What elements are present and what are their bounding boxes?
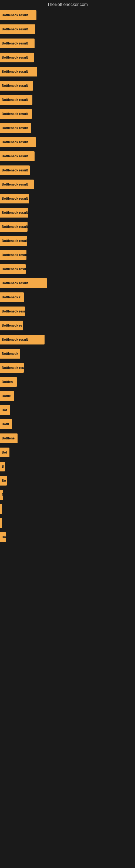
bar: Bottleneck result (0, 67, 37, 76)
bar: Bottleneck result (0, 123, 31, 133)
bar: Bottleneck result (0, 250, 27, 260)
bar-row: Bottleneck result (0, 149, 135, 163)
bar: Bottleneck resu (0, 307, 25, 316)
bar-row: Bottleneck result (0, 121, 135, 135)
bar-row: Bottleneck result (0, 107, 135, 121)
bar-label: Bottleneck result (2, 253, 27, 257)
bar-row: Bottleneck result (0, 177, 135, 191)
bar: I (0, 518, 2, 528)
bar: Bottleneck result (0, 151, 35, 161)
bar-row: Bottleneck result (0, 8, 135, 22)
bar-row: Bottleneck result (0, 65, 135, 79)
bar-label: Bottleneck result (2, 98, 28, 102)
bar-label: Bottleneck result (2, 197, 28, 200)
bar: Bottl (0, 420, 12, 429)
bar: Bottleneck result (0, 109, 32, 119)
bar-label: Bottleneck result (2, 281, 28, 285)
bar: Bo (0, 532, 6, 542)
bar: B (0, 490, 3, 500)
bar-row: Bottleneck result (0, 220, 135, 234)
bar-label: Bottleneck re (2, 323, 22, 328)
bar: I (0, 504, 2, 514)
bar-row: Bottlen (0, 375, 135, 389)
bar: Bo (0, 476, 7, 486)
bar-row: I (0, 516, 135, 530)
bar: Bottleneck resu (0, 363, 24, 373)
bar: Bottleneck result (0, 137, 36, 147)
bar-row: B (0, 488, 135, 502)
bar-label: Bottleneck result (2, 168, 28, 172)
bar-row: Bottleneck result (0, 248, 135, 262)
bar-row: B (0, 460, 135, 474)
bar-label: Bo (2, 535, 6, 539)
bar-label: Bottleneck result (2, 41, 28, 45)
bar: Bottleneck result (0, 278, 47, 288)
bar-label: Bottleneck result (2, 239, 27, 243)
bar-label: Bottleneck result (2, 225, 28, 229)
bar-row: Bottleneck result (0, 51, 135, 65)
bar-row: Bottleneck result (0, 276, 135, 290)
bar-label: Bottleneck result (2, 126, 28, 130)
bar-label: Bottleneck (2, 352, 18, 355)
bar: Bottleneck result (0, 208, 28, 218)
bar-row: Bottleneck resu (0, 304, 135, 318)
bars-container: Bottleneck resultBottleneck resultBottle… (0, 8, 135, 550)
bar-label: Bot (2, 408, 7, 412)
bar-row: Bottlene (0, 431, 135, 445)
bar-label: Bottleneck resu (2, 310, 25, 313)
bar-label: I (2, 521, 2, 525)
bar-label: B (2, 493, 3, 497)
bar-label: Bo (2, 479, 6, 483)
bar: Bot (0, 447, 9, 457)
bar-row: Bottleneck result (0, 93, 135, 107)
bar: Bottleneck result (0, 180, 34, 189)
bar-row: Bottleneck resu (0, 262, 135, 276)
bar-label: Bottleneck result (2, 13, 28, 17)
bar-row: Bottleneck result (0, 36, 135, 51)
bar-label: Bottleneck result (2, 112, 28, 116)
bar-row: Bottleneck re (0, 318, 135, 333)
bar: Bottleneck result (0, 81, 33, 91)
bar-label: Bot (2, 451, 7, 454)
bar: Bot (0, 405, 10, 415)
bar: Bottleneck result (0, 335, 45, 344)
bar-row: Bot (0, 403, 135, 417)
bar-label: Bottleneck result (2, 56, 28, 59)
bar-label: Bottlene (2, 436, 14, 440)
bar-label: B (2, 465, 4, 468)
bar: Bottleneck result (0, 222, 28, 231)
bar-row: I (0, 502, 135, 516)
bar-label: Bottlen (2, 380, 13, 384)
bar-label: Bottleneck result (2, 211, 28, 215)
bar-label: Bottleneck result (2, 84, 28, 88)
bar-row: Bottleneck result (0, 79, 135, 93)
bar-row: Bottle (0, 389, 135, 403)
bar: Bottleneck result (0, 24, 35, 34)
bar-row: Bottleneck result (0, 206, 135, 220)
bar-row: Bottleneck r (0, 290, 135, 304)
bar-row: Bottl (0, 417, 135, 431)
bar-row: Bottleneck result (0, 22, 135, 36)
bar-row: Bot (0, 445, 135, 460)
bar-label: I (2, 507, 2, 511)
bar-label: Bottleneck result (2, 27, 28, 31)
site-title: TheBottlenecker.com (0, 0, 135, 8)
bar: Bottle (0, 391, 14, 401)
bar: Bottleneck result (0, 38, 35, 48)
bar-label: Bottleneck result (2, 338, 28, 341)
bar: Bottleneck result (0, 95, 32, 105)
bar-row: Bo (0, 530, 135, 544)
bar: B (0, 462, 5, 471)
bar: Bottleneck r (0, 292, 24, 302)
bar-label: Bottl (2, 422, 9, 426)
bar-label: Bottleneck result (2, 183, 28, 186)
bar-row: Bottleneck result (0, 333, 135, 347)
bar-row: Bottleneck result (0, 191, 135, 206)
bar-row: Bottleneck resu (0, 361, 135, 375)
bar-label: Bottle (2, 394, 11, 398)
bar: Bottleneck result (0, 194, 29, 204)
bar-label: Bottleneck result (2, 70, 28, 73)
bar-row: Bottleneck (0, 347, 135, 361)
bar: Bottleneck result (0, 10, 37, 20)
bar-row: Bottleneck result (0, 163, 135, 177)
